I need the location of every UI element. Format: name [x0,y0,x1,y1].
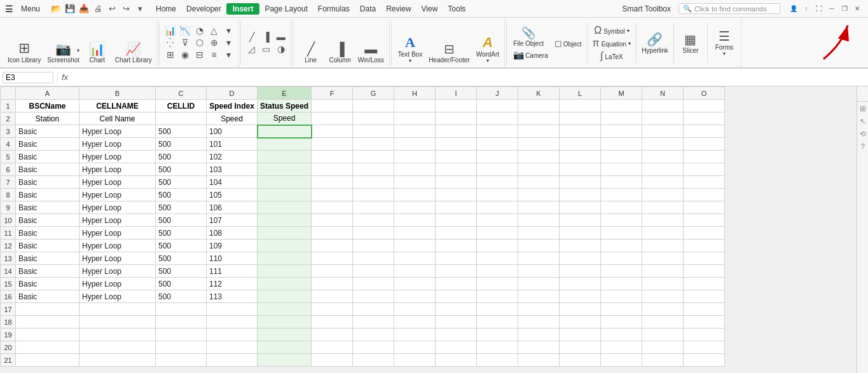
bar-chart-sm-icon[interactable]: 📊 [163,25,177,36]
cell-a20[interactable] [16,341,79,354]
cell-n12[interactable] [642,240,684,252]
cell-o18[interactable] [684,316,725,329]
cell-a4[interactable]: Basic [16,138,79,151]
cell-m5[interactable] [601,151,642,163]
cell-b11[interactable]: Hyper Loop [79,227,156,240]
cell-a14[interactable]: Basic [16,265,79,278]
cell-n14[interactable] [642,265,684,278]
cell-j4[interactable] [477,138,518,151]
cell-h16[interactable] [394,290,436,303]
cell-n18[interactable] [642,316,684,329]
cell-o13[interactable] [684,252,725,265]
cell-i4[interactable] [436,138,477,151]
cell-n10[interactable] [642,214,684,227]
menu-item-insert[interactable]: Insert [226,3,260,15]
column-button[interactable]: ▐ Column [326,41,354,65]
cell-g20[interactable] [353,341,394,354]
cell-c4[interactable]: 500 [156,138,207,151]
cell-n17[interactable] [642,303,684,316]
cell-i3[interactable] [436,125,477,138]
symbol-button[interactable]: Ω Symbol ▾ [590,24,634,37]
save2-icon[interactable]: 📥 [77,2,91,16]
cell-f19[interactable] [312,329,353,341]
cell-g7[interactable] [353,176,394,189]
radar-chart-sm-icon[interactable]: ⬡ [193,37,207,48]
cell-e14[interactable] [258,265,312,278]
cell-a5[interactable]: Basic [16,151,79,163]
cell-l16[interactable] [560,290,601,303]
cell-n21[interactable] [642,354,684,367]
cell-g15[interactable] [353,278,394,290]
cell-d16[interactable]: 113 [207,290,258,303]
sparkline-col-icon[interactable]: ▐ [259,31,273,43]
cell-h10[interactable] [394,214,436,227]
cell-a21[interactable] [16,354,79,367]
cell-a11[interactable]: Basic [16,227,79,240]
cell-l3[interactable] [560,125,601,138]
menu-item-formulas[interactable]: Formulas [313,3,355,15]
save-icon[interactable]: 💾 [63,2,77,16]
cell-j11[interactable] [477,227,518,240]
cell-i7[interactable] [436,176,477,189]
cell-c8[interactable]: 500 [156,189,207,201]
cell-o20[interactable] [684,341,725,354]
cell-f9[interactable] [312,201,353,214]
cell-b20[interactable] [79,341,156,354]
cell-n6[interactable] [642,163,684,176]
cell-k15[interactable] [518,278,560,290]
cell-j17[interactable] [477,303,518,316]
cell-d15[interactable]: 112 [207,278,258,290]
cell-b5[interactable]: Hyper Loop [79,151,156,163]
cell-m11[interactable] [601,227,642,240]
cell-d14[interactable]: 111 [207,265,258,278]
cell-k8[interactable] [518,189,560,201]
cell-k5[interactable] [518,151,560,163]
cell-a12[interactable]: Basic [16,240,79,252]
cell-k9[interactable] [518,201,560,214]
col-header-a[interactable]: A [16,87,79,100]
cell-m14[interactable] [601,265,642,278]
cell-h13[interactable] [394,252,436,265]
cell-m6[interactable] [601,163,642,176]
cell-e18[interactable] [258,316,312,329]
cell-k10[interactable] [518,214,560,227]
fullscreen-icon[interactable]: ⛶ [813,3,825,15]
cell-j8[interactable] [477,189,518,201]
cell-e12[interactable] [258,240,312,252]
cell-k21[interactable] [518,354,560,367]
cell-a2[interactable]: Station [16,112,79,125]
cell-f12[interactable] [312,240,353,252]
map-chart-sm-icon[interactable]: ⊕ [207,37,221,48]
cell-o5[interactable] [684,151,725,163]
cell-a8[interactable]: Basic [16,189,79,201]
cell-a1[interactable]: BSCName [16,100,79,112]
sparkline-pie-icon[interactable]: ◑ [274,43,288,55]
cell-d5[interactable]: 102 [207,151,258,163]
cell-h7[interactable] [394,176,436,189]
cell-i21[interactable] [436,354,477,367]
text-box-button[interactable]: A Text Box ▾ [396,34,425,65]
cell-h6[interactable] [394,163,436,176]
cell-c3[interactable]: 500 [156,125,207,138]
cell-d13[interactable]: 110 [207,252,258,265]
cell-e15[interactable] [258,278,312,290]
cell-b6[interactable]: Hyper Loop [79,163,156,176]
cell-o19[interactable] [684,329,725,341]
cell-m19[interactable] [601,329,642,341]
cell-l14[interactable] [560,265,601,278]
formula-input[interactable] [72,73,865,82]
cell-b17[interactable] [79,303,156,316]
cell-o7[interactable] [684,176,725,189]
cell-a16[interactable]: Basic [16,290,79,303]
right-panel-icon-4[interactable]: ? [860,142,865,151]
cell-i15[interactable] [436,278,477,290]
cell-e16[interactable] [258,290,312,303]
cell-b21[interactable] [79,354,156,367]
cell-a13[interactable]: Basic [16,252,79,265]
cell-n7[interactable] [642,176,684,189]
col-header-d[interactable]: D [207,87,258,100]
print-icon[interactable]: 🖨 [91,2,105,16]
cell-b2[interactable]: Cell Name [79,112,156,125]
cell-c5[interactable]: 500 [156,151,207,163]
cell-i1[interactable] [436,100,477,112]
